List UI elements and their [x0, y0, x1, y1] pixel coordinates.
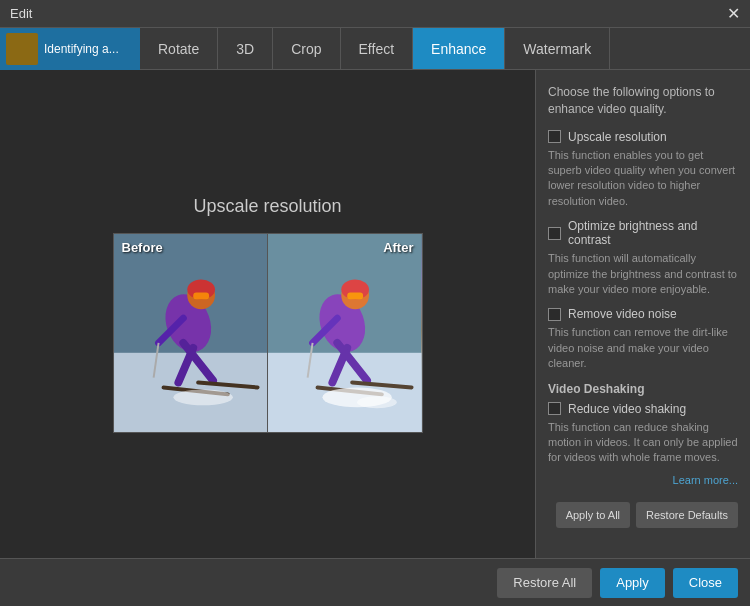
desc-deshaking: This function can reduce shaking motion … — [548, 420, 738, 466]
tab-effect[interactable]: Effect — [341, 28, 414, 69]
desc-noise: This function can remove the dirt-like v… — [548, 325, 738, 371]
before-image — [114, 234, 268, 432]
label-upscale[interactable]: Upscale resolution — [568, 130, 667, 144]
skier-before-svg — [114, 234, 268, 432]
restore-defaults-button[interactable]: Restore Defaults — [636, 502, 738, 528]
svg-rect-5 — [193, 292, 209, 299]
preview-before: Before — [114, 234, 268, 432]
preview-images: Before — [113, 233, 423, 433]
desc-brightness: This function will automatically optimiz… — [548, 251, 738, 297]
option-group-brightness: Optimize brightness and contrast This fu… — [548, 219, 738, 297]
preview-after: After — [268, 234, 422, 432]
tab-strip: Identifying a... Rotate 3D Crop Effect E… — [0, 28, 750, 70]
preview-panel: Upscale resolution Before — [0, 70, 535, 558]
label-brightness[interactable]: Optimize brightness and contrast — [568, 219, 738, 247]
main-content: Upscale resolution Before — [0, 70, 750, 558]
checkbox-upscale[interactable] — [548, 130, 561, 143]
learn-more-link[interactable]: Learn more... — [548, 474, 738, 486]
title-bar: Edit ✕ — [0, 0, 750, 28]
option-group-upscale: Upscale resolution This function enables… — [548, 130, 738, 210]
tab-crop[interactable]: Crop — [273, 28, 340, 69]
skier-after-svg — [268, 234, 422, 432]
apply-to-all-button[interactable]: Apply to All — [556, 502, 630, 528]
title-bar-title: Edit — [10, 6, 32, 21]
option-row-deshaking: Reduce video shaking — [548, 402, 738, 416]
checkbox-noise[interactable] — [548, 308, 561, 321]
thumbnail-area: Identifying a... — [0, 28, 140, 70]
label-deshaking[interactable]: Reduce video shaking — [568, 402, 686, 416]
option-group-deshaking: Video Deshaking Reduce video shaking Thi… — [548, 382, 738, 486]
preview-title: Upscale resolution — [193, 196, 341, 217]
desc-upscale: This function enables you to get superb … — [548, 148, 738, 210]
deshaking-section-label: Video Deshaking — [548, 382, 738, 396]
close-window-button[interactable]: ✕ — [727, 6, 740, 22]
apply-button[interactable]: Apply — [600, 568, 665, 598]
restore-all-button[interactable]: Restore All — [497, 568, 592, 598]
checkbox-brightness[interactable] — [548, 227, 561, 240]
checkbox-deshaking[interactable] — [548, 402, 561, 415]
before-label: Before — [122, 240, 163, 255]
thumbnail-label: Identifying a... — [44, 42, 119, 56]
tab-enhance[interactable]: Enhance — [413, 28, 505, 69]
bottom-bar: Restore All Apply Close — [0, 558, 750, 606]
after-label: After — [383, 240, 413, 255]
svg-rect-18 — [347, 292, 363, 299]
option-row-brightness: Optimize brightness and contrast — [548, 219, 738, 247]
option-row-noise: Remove video noise — [548, 307, 738, 321]
tab-rotate[interactable]: Rotate — [140, 28, 218, 69]
options-intro: Choose the following options to enhance … — [548, 84, 738, 118]
label-noise[interactable]: Remove video noise — [568, 307, 677, 321]
option-group-noise: Remove video noise This function can rem… — [548, 307, 738, 371]
close-button[interactable]: Close — [673, 568, 738, 598]
tab-3d[interactable]: 3D — [218, 28, 273, 69]
svg-point-12 — [173, 389, 232, 405]
options-panel: Choose the following options to enhance … — [535, 70, 750, 558]
after-image — [268, 234, 422, 432]
options-panel-actions: Apply to All Restore Defaults — [548, 502, 738, 528]
option-row-upscale: Upscale resolution — [548, 130, 738, 144]
svg-point-26 — [357, 396, 397, 408]
tab-watermark[interactable]: Watermark — [505, 28, 610, 69]
thumbnail-image — [6, 33, 38, 65]
